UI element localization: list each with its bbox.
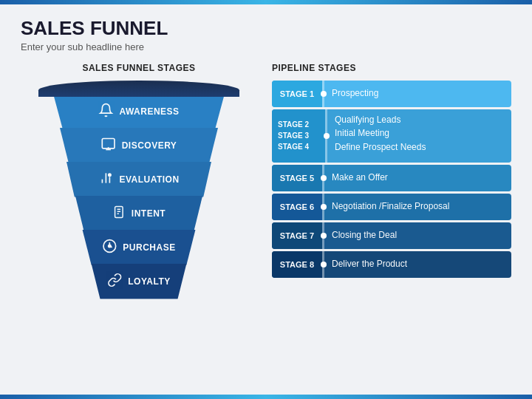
layer-loyalty-label: LOYALTY bbox=[128, 276, 171, 287]
layer-purchase-label: PURCHASE bbox=[123, 242, 175, 253]
svg-point-12 bbox=[108, 244, 112, 248]
pipeline-heading: PIPELINE STAGES bbox=[272, 63, 511, 73]
stage4-badge: STAGE 4 bbox=[278, 142, 319, 151]
pipeline-row-stage1: STAGE 1 Prospecting bbox=[272, 81, 511, 107]
content-area: SALES FUNNEL Enter your sub headline her… bbox=[0, 4, 532, 307]
stage234-divider bbox=[325, 109, 327, 163]
funnel-layer-intent: INTENT bbox=[66, 196, 211, 231]
loyalty-icon bbox=[107, 273, 122, 290]
layer-discovery-label: DISCOVERY bbox=[122, 140, 177, 151]
funnel-layer-discovery: DISCOVERY bbox=[51, 128, 227, 163]
layer-awareness-label: AWARENESS bbox=[119, 106, 179, 117]
stage6-divider bbox=[322, 194, 324, 220]
stage5-content: Make an Offer bbox=[324, 165, 511, 191]
layer-intent-label: INTENT bbox=[132, 208, 166, 219]
svg-point-11 bbox=[103, 239, 116, 252]
funnel-rim bbox=[38, 81, 239, 97]
funnel-layer-purchase: PURCHASE bbox=[75, 230, 203, 265]
awareness-icon bbox=[98, 103, 113, 120]
pipeline-row-stage234: STAGE 2 STAGE 3 STAGE 4 Qualifying Leads… bbox=[272, 109, 511, 163]
stage7-content: Closing the Deal bbox=[324, 222, 511, 249]
svg-rect-7 bbox=[115, 206, 123, 217]
svg-rect-0 bbox=[102, 138, 115, 148]
stage6-content: Negotiation /Finalize Proposal bbox=[324, 194, 511, 220]
subtitle: Enter your sub headline here bbox=[21, 41, 511, 52]
stage7-badge: STAGE 7 bbox=[272, 222, 322, 249]
layer-evaluation-label: EVALUATION bbox=[119, 174, 179, 185]
svg-point-6 bbox=[108, 173, 112, 177]
stage3-badge: STAGE 3 bbox=[278, 131, 319, 140]
funnel-container: AWARENESS DISCOVERY bbox=[21, 81, 257, 299]
stage1-divider bbox=[322, 81, 324, 107]
pipeline-row-stage5: STAGE 5 Make an Offer bbox=[272, 165, 511, 191]
stage1-badge: STAGE 1 bbox=[272, 81, 322, 107]
discovery-icon bbox=[101, 137, 116, 154]
pipeline-row-stage7: STAGE 7 Closing the Deal bbox=[272, 222, 511, 249]
stage1-content: Prospecting bbox=[324, 81, 511, 107]
stage6-badge: STAGE 6 bbox=[272, 194, 322, 220]
stage8-content: Deliver the Product bbox=[324, 251, 511, 278]
pipeline-section: PIPELINE STAGES STAGE 1 Prospecting STAG… bbox=[257, 63, 511, 278]
bottom-bar bbox=[0, 395, 532, 399]
page-title: SALES FUNNEL bbox=[21, 18, 511, 39]
stage7-divider bbox=[322, 222, 324, 249]
stage8-badge: STAGE 8 bbox=[272, 251, 322, 278]
stage5-badge: STAGE 5 bbox=[272, 165, 322, 191]
stage234-content: Qualifying Leads Initial Meeting Define … bbox=[327, 109, 511, 163]
intent-icon bbox=[112, 205, 126, 222]
diagram-area: SALES FUNNEL STAGES AWARENESS bbox=[21, 63, 511, 299]
funnel-layer-awareness: AWARENESS bbox=[44, 94, 234, 129]
stage2-badge: STAGE 2 bbox=[278, 120, 319, 129]
pipeline-row-stage8: STAGE 8 Deliver the Product bbox=[272, 251, 511, 278]
funnel-section: SALES FUNNEL STAGES AWARENESS bbox=[21, 63, 257, 299]
stage5-divider bbox=[322, 165, 324, 191]
stage8-divider bbox=[322, 251, 324, 278]
pipeline-stages: STAGE 1 Prospecting STAGE 2 STAGE 3 STAG… bbox=[272, 81, 511, 278]
pipeline-row-stage6: STAGE 6 Negotiation /Finalize Proposal bbox=[272, 194, 511, 220]
funnel-layer-loyalty: LOYALTY bbox=[83, 264, 194, 299]
funnel-heading: SALES FUNNEL STAGES bbox=[21, 63, 257, 73]
purchase-icon bbox=[102, 239, 117, 256]
funnel-layer-evaluation: EVALUATION bbox=[58, 162, 219, 197]
evaluation-icon bbox=[98, 171, 113, 188]
